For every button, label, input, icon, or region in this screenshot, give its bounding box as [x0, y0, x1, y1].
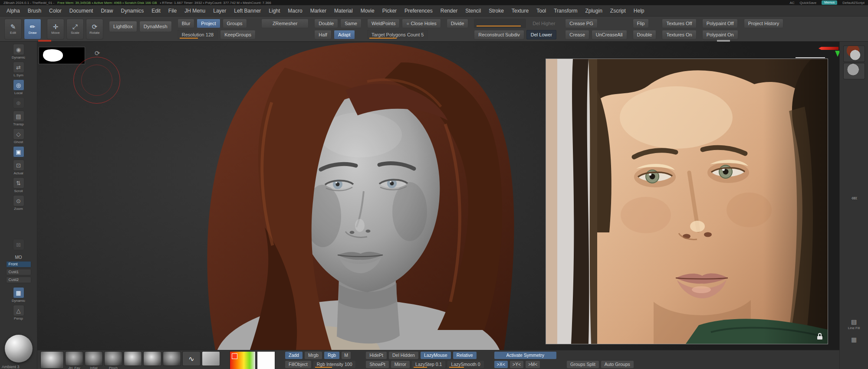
secondary-color-swatch[interactable]: [257, 352, 275, 369]
sculpt-model[interactable]: [141, 42, 575, 350]
draw-button[interactable]: ✏ Draw: [24, 19, 41, 39]
menu-item[interactable]: Preferences: [401, 8, 437, 14]
local-toggle[interactable]: ◎ Local: [13, 79, 24, 95]
uncrease-all-button[interactable]: UnCreaseAll: [592, 30, 627, 39]
move-button[interactable]: ✛ Move: [47, 19, 64, 39]
alpha-thumb-small[interactable]: [202, 352, 220, 366]
lightbox-button[interactable]: LightBox: [109, 21, 137, 32]
lazymouse-button[interactable]: LazyMouse: [421, 352, 451, 359]
cust2-button[interactable]: Cust2: [6, 277, 31, 283]
mrgb-button[interactable]: Mrgb: [305, 352, 322, 359]
scale-button[interactable]: ⤢ Scale: [66, 19, 84, 39]
menu-item[interactable]: Movie: [357, 8, 378, 14]
brush-thumb[interactable]: JH_Fav: [66, 352, 83, 369]
crease-button[interactable]: Crease: [565, 30, 589, 39]
groups-button[interactable]: Groups: [223, 19, 247, 28]
menu-item[interactable]: Draw: [97, 8, 117, 14]
menu-item[interactable]: Document: [66, 8, 97, 14]
default-zscript[interactable]: DefaultZScript: [842, 1, 865, 5]
menu-item[interactable]: Stencil: [461, 8, 485, 14]
double-lower-button[interactable]: Double: [633, 30, 657, 39]
target-polygons-slider[interactable]: Target Polygons Count 5: [367, 30, 428, 39]
rgb-intensity-slider[interactable]: Rgb Intensity 100: [313, 361, 356, 368]
auto-groups-button[interactable]: Auto Groups: [601, 361, 634, 368]
brush-thumb[interactable]: Inflat: [85, 352, 102, 369]
persp-toggle[interactable]: △ Persp: [13, 305, 24, 320]
polypaint-off-button[interactable]: Polypaint Off: [702, 19, 738, 28]
document-canvas[interactable]: ⟳: [37, 42, 839, 350]
menu-item[interactable]: Stroke: [485, 8, 508, 14]
quicksave-button[interactable]: QuickSave: [800, 1, 817, 5]
solo-toggle[interactable]: ▣: [13, 146, 24, 157]
groups-split-button[interactable]: Groups Split: [567, 361, 599, 368]
material-thumbnail[interactable]: [844, 63, 865, 79]
menu-item[interactable]: File: [164, 8, 181, 14]
rotate-button[interactable]: ⟳ Rotate: [86, 19, 103, 39]
brush-thumb[interactable]: [124, 352, 141, 366]
menu-item[interactable]: Marker: [306, 8, 330, 14]
resolution-slider[interactable]: Resolution 128: [178, 30, 218, 39]
menu-item[interactable]: Zplugin: [581, 8, 606, 14]
front-view-button[interactable]: Front: [6, 261, 31, 268]
close-holes-button[interactable]: ○Close Holes: [402, 19, 441, 28]
line-fill-button[interactable]: ▤ Line Fill: [848, 318, 860, 330]
menu-item[interactable]: Render: [437, 8, 461, 14]
zadd-button[interactable]: Zadd: [285, 352, 302, 359]
ac-indicator[interactable]: AC: [789, 1, 794, 5]
transp-toggle[interactable]: ▤ Transp: [13, 111, 24, 126]
sym-y-button[interactable]: >Y<: [510, 361, 523, 368]
brush-thumb[interactable]: [163, 352, 181, 366]
menu-item[interactable]: JH Menu: [181, 8, 209, 14]
m-button[interactable]: M: [342, 352, 351, 359]
sym-x-button[interactable]: >X<: [494, 361, 508, 368]
menu-item[interactable]: Light: [265, 8, 284, 14]
menu-item[interactable]: Layer: [209, 8, 230, 14]
sym-m-button[interactable]: >M<: [526, 361, 540, 368]
dynamic-size-toggle[interactable]: ◉ Dynamic: [12, 44, 25, 59]
menu-item[interactable]: Edit: [148, 8, 164, 14]
actual-button[interactable]: ⊡ Actual: [13, 160, 24, 175]
document-zoom-slider[interactable]: [796, 57, 825, 58]
relative-button[interactable]: Relative: [453, 352, 477, 359]
ghost-toggle[interactable]: ◇ Ghost: [13, 128, 24, 144]
brush-thumb[interactable]: Pinch: [105, 352, 122, 369]
reconstruct-subdiv-button[interactable]: Reconstruct Subdiv: [474, 30, 524, 39]
brush-thumb[interactable]: [144, 352, 161, 366]
menu-item[interactable]: Picker: [378, 8, 401, 14]
cust1-button[interactable]: Cust1: [6, 269, 31, 275]
reference-image-panel[interactable]: [546, 59, 828, 344]
double-button[interactable]: Double: [314, 19, 338, 28]
menu-item[interactable]: Alpha: [3, 8, 24, 14]
fill-object-button[interactable]: FillObject: [285, 361, 311, 368]
divide-button[interactable]: Divide: [447, 19, 469, 28]
menu-item[interactable]: Tool: [533, 8, 550, 14]
stroke-thumb[interactable]: ∿: [183, 352, 200, 366]
menu-item[interactable]: Macro: [284, 8, 306, 14]
subtool-thumbnail[interactable]: [844, 46, 865, 62]
tray-collapse-handle[interactable]: ««: [852, 194, 857, 201]
same-button[interactable]: Same: [340, 19, 362, 28]
grid-icon[interactable]: ▦: [851, 336, 857, 343]
shelf-scroll-handle[interactable]: [717, 40, 730, 42]
half-button[interactable]: Half: [314, 30, 332, 39]
color-picker-inner[interactable]: [232, 353, 237, 359]
project-history-button[interactable]: Project History: [744, 19, 784, 28]
menu-item[interactable]: Transform: [550, 8, 581, 14]
padlock-toggle[interactable]: ⊠: [13, 239, 24, 250]
menu-item[interactable]: Brush: [24, 8, 45, 14]
rgb-button[interactable]: Rgb: [324, 352, 339, 359]
sdiv-slider[interactable]: [474, 19, 526, 28]
menus-toggle[interactable]: Menus: [822, 0, 837, 5]
flip-button[interactable]: Flip: [633, 19, 649, 28]
scroll-button[interactable]: ⇅ Scroll: [13, 177, 24, 193]
menu-item[interactable]: Color: [45, 8, 66, 14]
edit-button[interactable]: ✎ Edit: [4, 19, 22, 39]
mirror-button[interactable]: Mirror: [391, 361, 410, 368]
lock-icon[interactable]: [817, 333, 822, 340]
keepgroups-button[interactable]: KeepGroups: [220, 30, 256, 39]
del-lower-button[interactable]: Del Lower: [526, 30, 557, 39]
textures-off-button[interactable]: Textures Off: [662, 19, 696, 28]
menu-item[interactable]: Material: [330, 8, 357, 14]
refresh-icon[interactable]: ⟳: [95, 49, 100, 57]
lazystep-slider[interactable]: LazyStep 0.1: [412, 361, 445, 368]
